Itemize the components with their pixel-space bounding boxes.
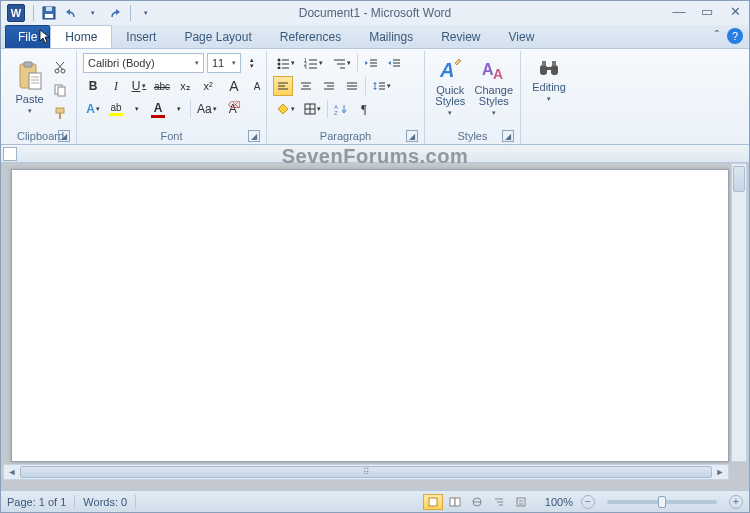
draft-view[interactable] [511, 494, 531, 510]
font-size-step[interactable]: ▴▾ [244, 53, 260, 73]
word-count[interactable]: Words: 0 [83, 496, 127, 508]
redo-icon[interactable] [106, 4, 124, 22]
window-title: Document1 - Microsoft Word [299, 6, 452, 20]
zoom-out-button[interactable]: − [581, 495, 595, 509]
increase-indent-button[interactable] [384, 53, 404, 73]
window-controls: ― ▭ ✕ [671, 4, 743, 19]
italic-button[interactable]: I [106, 76, 126, 96]
font-group: Calibri (Body)▾ 11▾ ▴▾ B I U▾ abc x₂ x² … [77, 51, 267, 144]
quick-styles-button[interactable]: A QuickStyles ▾ [431, 53, 470, 121]
clipboard-icon [17, 61, 43, 91]
binoculars-icon [538, 57, 560, 79]
insert-tab[interactable]: Insert [112, 25, 170, 48]
shrink-font-button[interactable]: A [247, 76, 267, 96]
clipboard-dialog-launcher[interactable]: ◢ [58, 130, 70, 142]
format-painter-button[interactable] [50, 103, 70, 123]
file-tab[interactable]: File [5, 25, 50, 48]
fullscreen-reading-view[interactable] [445, 494, 465, 510]
undo-dropdown[interactable]: ▾ [84, 4, 102, 22]
page-status[interactable]: Page: 1 of 1 [7, 496, 66, 508]
page-layout-tab[interactable]: Page Layout [170, 25, 265, 48]
horizontal-scrollbar[interactable]: ◄ ⠿ ► [3, 464, 729, 480]
mailings-tab[interactable]: Mailings [355, 25, 427, 48]
scroll-right-arrow[interactable]: ► [713, 466, 727, 478]
decrease-indent-button[interactable] [361, 53, 381, 73]
highlight-dropdown[interactable]: ▾ [129, 99, 145, 119]
clear-formatting-button[interactable]: A⌫ [223, 99, 243, 119]
maximize-button[interactable]: ▭ [699, 4, 715, 19]
borders-button[interactable]: ▾ [301, 99, 324, 119]
zoom-level[interactable]: 100% [545, 496, 573, 508]
bold-button[interactable]: B [83, 76, 103, 96]
file-tab-label: File [18, 30, 37, 44]
grow-font-button[interactable]: A [224, 76, 244, 96]
paste-button[interactable]: Paste ▾ [11, 53, 48, 123]
line-spacing-button[interactable]: ▾ [369, 76, 394, 96]
document-page[interactable] [11, 169, 729, 462]
web-layout-view[interactable] [467, 494, 487, 510]
vertical-scrollbar[interactable] [731, 163, 747, 462]
close-button[interactable]: ✕ [727, 4, 743, 19]
svg-point-21 [278, 67, 281, 70]
editing-group-label [527, 130, 563, 144]
help-icon[interactable]: ? [727, 28, 743, 44]
change-styles-label: ChangeStyles [475, 85, 514, 107]
cut-button[interactable] [50, 57, 70, 77]
review-tab[interactable]: Review [427, 25, 494, 48]
underline-button[interactable]: U▾ [129, 76, 149, 96]
highlight-button[interactable]: ab [106, 99, 126, 119]
minimize-ribbon-button[interactable]: ˆ [715, 29, 719, 43]
shading-button[interactable]: ▾ [273, 99, 298, 119]
font-dialog-launcher[interactable]: ◢ [248, 130, 260, 142]
font-color-button[interactable]: A [148, 99, 168, 119]
svg-rect-16 [59, 113, 61, 119]
justify-button[interactable] [342, 76, 362, 96]
zoom-slider[interactable] [607, 500, 717, 504]
vertical-scroll-thumb[interactable] [733, 166, 745, 192]
subscript-button[interactable]: x₂ [175, 76, 195, 96]
zoom-in-button[interactable]: + [729, 495, 743, 509]
svg-text:Z: Z [334, 110, 338, 115]
cursor-icon [39, 29, 51, 48]
font-size-combo[interactable]: 11▾ [207, 53, 241, 73]
superscript-button[interactable]: x² [198, 76, 218, 96]
svg-text:3: 3 [304, 65, 307, 69]
font-color-dropdown[interactable]: ▾ [171, 99, 187, 119]
scroll-left-arrow[interactable]: ◄ [5, 466, 19, 478]
print-layout-view[interactable] [423, 494, 443, 510]
minimize-button[interactable]: ― [671, 4, 687, 19]
numbering-button[interactable]: 123▾ [301, 53, 326, 73]
copy-button[interactable] [50, 80, 70, 100]
zoom-slider-thumb[interactable] [658, 496, 666, 508]
svg-rect-68 [450, 498, 455, 506]
save-icon[interactable] [40, 4, 58, 22]
home-tab[interactable]: Home [50, 25, 112, 48]
bullets-button[interactable]: ▾ [273, 53, 298, 73]
qat-customize-dropdown[interactable]: ▾ [137, 4, 155, 22]
font-name-combo[interactable]: Calibri (Body)▾ [83, 53, 204, 73]
show-hide-button[interactable]: ¶ [354, 99, 374, 119]
multilevel-list-button[interactable]: ▾ [329, 53, 354, 73]
align-center-button[interactable] [296, 76, 316, 96]
strikethrough-button[interactable]: abc [152, 76, 172, 96]
svg-rect-15 [56, 108, 64, 113]
view-tab[interactable]: View [495, 25, 549, 48]
paste-label: Paste [15, 93, 43, 105]
styles-dialog-launcher[interactable]: ◢ [502, 130, 514, 142]
svg-rect-65 [542, 61, 546, 66]
editing-button[interactable]: Editing ▾ [527, 53, 571, 107]
change-styles-button[interactable]: AA ChangeStyles ▾ [474, 53, 514, 121]
undo-icon[interactable] [62, 4, 80, 22]
align-left-button[interactable] [273, 76, 293, 96]
sort-button[interactable]: AZ [331, 99, 351, 119]
tab-selector[interactable] [3, 147, 17, 161]
horizontal-ruler[interactable] [1, 145, 749, 163]
align-right-button[interactable] [319, 76, 339, 96]
text-effects-button[interactable]: A▾ [83, 99, 103, 119]
change-case-button[interactable]: Aa▾ [194, 99, 220, 119]
paragraph-dialog-launcher[interactable]: ◢ [406, 130, 418, 142]
clipboard-group: Paste ▾ Clipboard ◢ [5, 51, 77, 144]
outline-view[interactable] [489, 494, 509, 510]
references-tab[interactable]: References [266, 25, 355, 48]
horizontal-scroll-thumb[interactable]: ⠿ [20, 466, 712, 478]
